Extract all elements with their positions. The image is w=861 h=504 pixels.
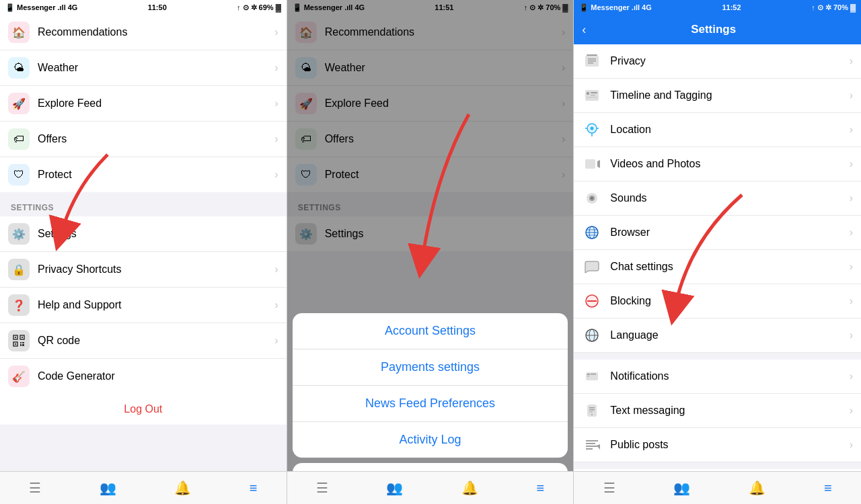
svg-rect-46 — [589, 409, 595, 411]
text-messaging-icon-3 — [582, 401, 602, 421]
svg-rect-43 — [591, 374, 596, 375]
modal-option-payments[interactable]: Payments settings — [293, 349, 568, 386]
log-out-button-1[interactable]: Log Out — [0, 394, 287, 425]
settings-item-language[interactable]: Language › — [574, 319, 861, 353]
list-item-explore-1[interactable]: 🚀 Explore Feed › — [0, 86, 287, 122]
settings-item-privacy[interactable]: Privacy › — [574, 44, 861, 79]
language-icon-3 — [582, 325, 602, 345]
list-item-recommendations-1[interactable]: 🏠 Recommendations › — [0, 15, 287, 50]
offers-icon-1: 🏷 — [8, 128, 30, 150]
list-item-code-gen-1[interactable]: 🎸 Code Generator — [0, 359, 287, 394]
settings-item-public-posts[interactable]: Public posts › — [574, 428, 861, 462]
list-item-help-1[interactable]: ❓ Help and Support › — [0, 288, 287, 323]
settings-item-location[interactable]: Location › — [574, 113, 861, 147]
svg-rect-9 — [22, 344, 24, 346]
tab-friends-1[interactable]: 👥 — [100, 480, 116, 496]
sounds-icon-3 — [582, 188, 602, 208]
tab-friends-3[interactable]: 👥 — [673, 480, 690, 496]
tab-notifications-1[interactable]: 🔔 — [174, 480, 191, 496]
panel-1: 📱 Messenger .ıll 4G 11:50 ↑ ⊙ ✲ 69% ▓ 🏠 … — [0, 0, 287, 504]
modal-option-newsfeed[interactable]: News Feed Preferences — [293, 386, 568, 422]
browser-icon-3 — [582, 222, 602, 243]
list-item-protect-1[interactable]: 🛡 Protect › — [0, 157, 287, 192]
svg-point-29 — [591, 198, 593, 200]
settings-item-text-messaging[interactable]: Text messaging › — [574, 394, 861, 428]
svg-rect-25 — [585, 159, 595, 169]
protect-icon-1: 🛡 — [8, 164, 30, 185]
status-bar-1: 📱 Messenger .ıll 4G 11:50 ↑ ⊙ ✲ 69% ▓ — [0, 0, 287, 15]
svg-rect-5 — [15, 343, 16, 345]
tab-menu-3[interactable]: ≡ — [824, 480, 832, 496]
modal-option-account-settings[interactable]: Account Settings — [293, 313, 568, 349]
qr-icon-1 — [8, 330, 30, 351]
svg-rect-45 — [589, 407, 595, 409]
privacy-icon-1: 🔒 — [8, 259, 30, 280]
time-1: 11:50 — [148, 3, 167, 11]
svg-rect-16 — [587, 92, 589, 95]
time-3: 11:52 — [722, 3, 741, 11]
settings-item-chat[interactable]: Chat settings › — [574, 250, 861, 284]
svg-rect-7 — [22, 342, 24, 343]
chevron-2: › — [274, 62, 278, 74]
svg-rect-8 — [20, 344, 22, 346]
svg-rect-6 — [20, 342, 22, 343]
section-gap-1 — [574, 353, 861, 360]
back-button-3[interactable]: ‹ — [582, 23, 586, 37]
list-item-privacy-1[interactable]: 🔒 Privacy Shortcuts › — [0, 252, 287, 288]
settings-item-browser[interactable]: Browser › — [574, 216, 861, 250]
privacy-icon-3 — [582, 51, 602, 71]
list-item-qr-1[interactable]: QR code › — [0, 323, 287, 359]
videos-icon-3 — [582, 154, 602, 174]
svg-rect-47 — [589, 411, 593, 413]
settings-item-timeline[interactable]: Timeline and Tagging › — [574, 79, 861, 113]
svg-rect-17 — [591, 92, 597, 93]
section-gap-2 — [574, 462, 861, 469]
recommendations-icon-1: 🏠 — [8, 22, 30, 43]
list-item-offers-1[interactable]: 🏷 Offers › — [0, 122, 287, 157]
list-item-settings-1[interactable]: ⚙️ Settings — [0, 216, 287, 252]
chevron-5: › — [274, 169, 278, 181]
panel-3: 📱 Messenger .ıll 4G 11:52 ↑ ⊙ ✲ 70% ▓ ‹ … — [574, 0, 861, 504]
explore-icon-1: 🚀 — [8, 93, 30, 114]
tab-feed-2[interactable]: ☰ — [316, 480, 328, 496]
timeline-icon-3 — [582, 85, 602, 106]
tab-feed-3[interactable]: ☰ — [603, 480, 615, 496]
settings-icon-1: ⚙️ — [8, 223, 30, 245]
battery-3: ↑ ⊙ ✲ 70% ▓ — [811, 3, 856, 12]
panel3-header: ‹ Settings — [574, 15, 861, 44]
settings-item-notifications[interactable]: Notifications › — [574, 360, 861, 394]
settings-group-2: Notifications › Text messaging › Public … — [574, 360, 861, 462]
settings-title-3: Settings — [591, 23, 835, 36]
tab-bar-1: ☰ 👥 🔔 ≡ — [0, 471, 287, 504]
notifications-icon-3 — [582, 366, 602, 386]
svg-rect-13 — [588, 60, 596, 62]
tab-notifications-3[interactable]: 🔔 — [749, 480, 765, 496]
settings-item-sounds[interactable]: Sounds › — [574, 181, 861, 216]
tab-bar-3: ☰ 👥 🔔 ≡ — [574, 471, 861, 504]
settings-item-blocking[interactable]: Blocking › — [574, 284, 861, 319]
svg-rect-3 — [22, 337, 23, 338]
svg-marker-26 — [597, 160, 600, 168]
menu-list-1: 🏠 Recommendations › 🌤 Weather › 🚀 Explor… — [0, 15, 287, 192]
chevron-3: › — [274, 97, 278, 110]
modal-option-activity[interactable]: Activity Log — [293, 422, 568, 458]
svg-rect-14 — [588, 62, 593, 64]
svg-rect-19 — [587, 97, 597, 98]
panel1-content: 🏠 Recommendations › 🌤 Weather › 🚀 Explor… — [0, 15, 287, 504]
settings-section-header-1: SETTINGS — [0, 192, 287, 216]
svg-rect-10 — [587, 54, 597, 56]
public-posts-icon-3 — [582, 435, 602, 455]
tab-feed-1[interactable]: ☰ — [29, 480, 41, 496]
tab-menu-2[interactable]: ≡ — [536, 480, 544, 496]
panel-2: 📱 Messenger .ıll 4G 11:51 ↑ ⊙ ✲ 70% ▓ 🏠 … — [287, 0, 574, 504]
svg-rect-41 — [587, 374, 590, 375]
panel3-content: Privacy › Timeline and Tagging › Locatio… — [574, 44, 861, 504]
chevron-4: › — [274, 133, 278, 145]
help-icon-1: ❓ — [8, 294, 30, 316]
list-item-weather-1[interactable]: 🌤 Weather › — [0, 50, 287, 86]
tab-notifications-2[interactable]: 🔔 — [461, 480, 478, 496]
tab-friends-2[interactable]: 👥 — [386, 480, 403, 496]
chat-icon-3 — [582, 257, 602, 277]
settings-item-videos[interactable]: Videos and Photos › — [574, 147, 861, 181]
tab-menu-1[interactable]: ≡ — [250, 480, 258, 496]
